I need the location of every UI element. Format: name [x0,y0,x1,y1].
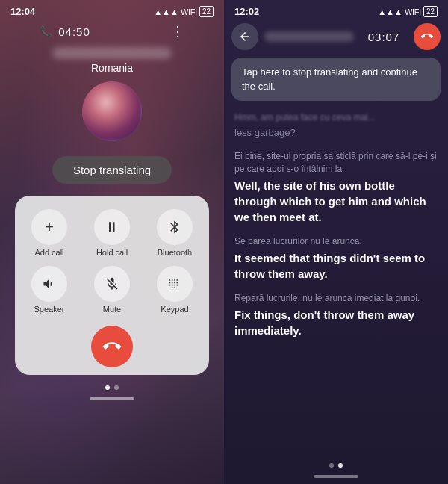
original-text-2: Se părea lucrurilor nu le arunca. [234,235,438,248]
bluetooth-control[interactable]: Bluetooth [148,209,202,257]
translation-block-2: Se părea lucrurilor nu le arunca. It see… [234,235,438,282]
contact-name-left [52,47,172,59]
controls-grid: + Add call ⏸ Hold call Bluetooth [22,209,202,314]
call-header-right: 03:07 [224,20,448,55]
bluetooth-icon [157,209,193,245]
avatar-image [82,81,142,141]
signal-icon-right: ▲▲▲ [378,7,402,16]
original-text-3: Repară lucrurile, nu le arunca imediat l… [234,292,438,305]
translated-text-3: Fix things, don't throw them away immedi… [234,307,438,338]
translated-text-1: Well, the site of his own bottle through… [234,178,438,225]
call-duration-right: 03:07 [368,31,400,43]
dot-1-left [105,385,110,390]
more-options-icon[interactable]: ⋮ [171,23,184,40]
call-duration-left: 04:50 [58,25,90,38]
status-time-left: 12:04 [10,6,35,17]
speaker-control[interactable]: Speaker [22,266,76,314]
tap-to-stop-banner[interactable]: Tap here to stop translating and continu… [231,58,441,101]
mute-label: Mute [103,305,121,314]
add-call-icon: + [31,209,67,245]
status-bar-left: 12:04 ▲▲▲ WiFi 22 [0,0,224,20]
keypad-icon [157,266,193,302]
wifi-icon-left: WiFi [181,7,197,16]
call-icon-left: 📞 [40,25,52,37]
home-indicator-right [314,475,358,478]
page-indicator-right [224,456,448,472]
page-indicator-left [105,385,119,390]
status-icons-left: ▲▲▲ WiFi 22 [154,6,214,17]
call-header-left: 📞 04:50 ⋮ [40,23,184,40]
translated-text-2: It seemed that things didn't seem to thr… [234,250,438,282]
status-bar-right: 12:02 ▲▲▲ WiFi 22 [224,0,448,20]
back-button[interactable] [231,23,258,50]
dot-2-right [338,463,343,468]
call-controls-panel: + Add call ⏸ Hold call Bluetooth [15,196,209,375]
add-call-label: Add call [34,248,63,257]
dot-1-right [329,463,334,468]
status-time-right: 12:02 [234,6,259,17]
avatar [82,81,142,141]
translation-block-0: Hmm, am putea face cu ceva mai... less g… [234,111,438,140]
tap-banner-text: Tap here to stop translating and continu… [242,66,417,92]
translation-block-1: Ei bine, site-ul propria sa sticlă prin … [234,150,438,225]
battery-left: 22 [199,6,214,17]
speaker-icon [31,266,67,302]
end-call-button-right[interactable] [408,18,447,56]
signal-icon-left: ▲▲▲ [154,7,178,16]
stop-translating-button[interactable]: Stop translating [52,156,172,184]
translation-block-3: Repară lucrurile, nu le arunca imediat l… [234,292,438,338]
wifi-icon-right: WiFi [405,7,421,16]
hold-call-control[interactable]: ⏸ Hold call [85,209,139,257]
bluetooth-label: Bluetooth [158,248,192,257]
add-call-control[interactable]: + Add call [22,209,76,257]
contact-country: Romania [91,62,133,74]
home-indicator-left [90,397,134,400]
right-panel: 12:02 ▲▲▲ WiFi 22 03:07 Tap here to stop… [224,0,448,484]
original-text-0: Hmm, am putea face cu ceva mai... [234,111,438,124]
mute-icon [94,266,130,302]
contact-name-right [264,31,354,42]
hold-call-icon: ⏸ [94,209,130,245]
end-call-button[interactable] [82,317,141,376]
original-text-1: Ei bine, site-ul propria sa sticlă prin … [234,150,438,176]
battery-right: 22 [423,6,438,17]
call-header-left-section [231,23,354,50]
translated-text-0: less garbage? [234,126,438,140]
mute-control[interactable]: Mute [85,266,139,314]
left-panel: 12:04 ▲▲▲ WiFi 22 📞 04:50 ⋮ Romania Stop… [0,0,224,484]
speaker-label: Speaker [34,305,65,314]
translation-content: Hmm, am putea face cu ceva mai... less g… [224,104,448,456]
dot-2-left [114,385,119,390]
keypad-label: Keypad [161,305,188,314]
hold-call-label: Hold call [96,248,128,257]
status-icons-right: ▲▲▲ WiFi 22 [378,6,438,17]
keypad-control[interactable]: Keypad [148,266,202,314]
